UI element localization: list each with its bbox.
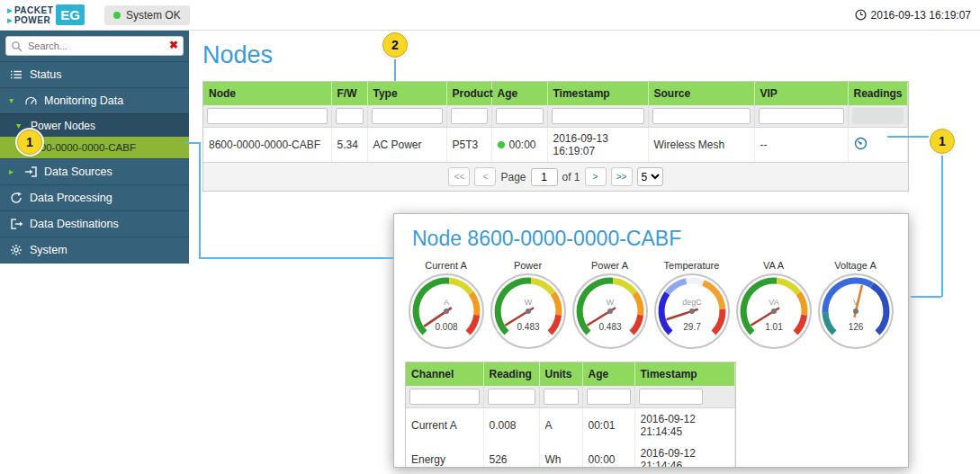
col-header-type[interactable]: Type xyxy=(367,82,446,105)
gauge-dial: VA1.01 xyxy=(735,273,813,350)
col-header-product[interactable]: Product xyxy=(446,82,491,105)
filter-vip-input[interactable] xyxy=(759,108,844,124)
filter-timestamp-input[interactable] xyxy=(552,108,644,124)
prev-page-button[interactable]: < xyxy=(474,167,496,186)
filter-timestamp-input[interactable] xyxy=(639,389,704,405)
annotation-line xyxy=(911,296,941,298)
search-input[interactable] xyxy=(5,36,184,56)
filter-fw-input[interactable] xyxy=(336,108,364,124)
gauge-title: Voltage A xyxy=(814,260,896,271)
col-header-age[interactable]: Age xyxy=(582,362,634,386)
logo-eg-badge: EG xyxy=(56,4,85,25)
clock-icon xyxy=(855,9,867,21)
gauge-power: Power W0.483 xyxy=(487,260,569,353)
col-header-source[interactable]: Source xyxy=(648,82,754,105)
col-header-fw[interactable]: F/W xyxy=(331,82,367,105)
col-header-node[interactable]: Node xyxy=(203,82,331,105)
readings-gauge-icon[interactable] xyxy=(854,140,868,153)
svg-text:W: W xyxy=(524,298,532,307)
cell-fw: 5.34 xyxy=(331,128,367,163)
gauge-dial: W0.483 xyxy=(571,273,649,350)
svg-text:degC: degC xyxy=(682,298,702,307)
filter-channel-input[interactable] xyxy=(409,389,480,405)
cell-units: Wh xyxy=(539,443,582,468)
col-header-vip[interactable]: VIP xyxy=(754,82,848,105)
page-size-select[interactable]: 5 xyxy=(637,167,663,186)
gauge-dial: W0.483 xyxy=(490,273,567,350)
gauge-temperature: Temperature degC29.7 xyxy=(651,260,733,353)
page-title: Nodes xyxy=(202,41,273,69)
filter-age-input[interactable] xyxy=(587,389,631,405)
current-datetime: 2016-09-13 16:19:07 xyxy=(871,9,971,22)
col-header-channel[interactable]: Channel xyxy=(406,362,483,386)
channel-table: Channel Reading Units Age Timestamp xyxy=(406,362,735,468)
sidebar-item-label: Status xyxy=(30,68,61,81)
clock-area: 2016-09-13 16:19:07 xyxy=(855,9,971,22)
table-filter-row xyxy=(203,105,908,128)
gauge-va-a: VA A VA1.01 xyxy=(733,260,814,353)
filter-age-input[interactable] xyxy=(496,108,544,124)
svg-text:A: A xyxy=(443,298,448,307)
annotation-number: 1 xyxy=(939,134,946,148)
col-header-readings[interactable]: Readings xyxy=(848,82,908,105)
sign-out-icon xyxy=(9,218,23,230)
col-header-age[interactable]: Age xyxy=(491,82,547,105)
sidebar-item-data-sources[interactable]: ▸ Data Sources xyxy=(0,158,189,184)
svg-text:29.7: 29.7 xyxy=(683,322,701,332)
filter-node-input[interactable] xyxy=(207,108,328,124)
logo-line1: PACKET xyxy=(14,5,53,15)
cell-source: Wireless Mesh xyxy=(648,128,754,163)
gauge-title: Power A xyxy=(569,260,651,271)
cell-node: 8600-0000-0000-CABF xyxy=(203,128,331,163)
cell-reading: 526 xyxy=(483,443,539,468)
system-status-badge: System OK xyxy=(104,5,190,25)
sidebar-item-data-processing[interactable]: Data Processing xyxy=(0,184,189,210)
cell-timestamp: 2016-09-12 21:14:46 xyxy=(634,443,735,468)
gauge-voltage-a: Voltage A V126 xyxy=(814,260,896,353)
pagination-bar: << < Page of 1 > >> 5 xyxy=(203,162,908,191)
annotation-number: 1 xyxy=(26,135,33,149)
filter-readings-disabled xyxy=(852,108,904,124)
sidebar-item-monitoring-data[interactable]: ▾ Monitoring Data xyxy=(0,87,189,113)
cell-age: 00:01 xyxy=(582,408,634,443)
filter-reading-input[interactable] xyxy=(488,389,535,405)
gauge-title: VA A xyxy=(733,260,814,271)
sign-in-icon xyxy=(23,165,38,178)
clear-search-icon[interactable]: ✖ xyxy=(169,39,178,51)
gauge-title: Current A xyxy=(405,260,487,271)
first-page-button[interactable]: << xyxy=(448,167,470,186)
cell-readings xyxy=(848,128,908,163)
channel-header-row: Channel Reading Units Age Timestamp xyxy=(406,362,735,386)
sidebar-item-system[interactable]: System xyxy=(0,237,189,263)
last-page-button[interactable]: >> xyxy=(611,167,633,186)
cell-timestamp: 2016-09-12 21:14:45 xyxy=(634,408,735,443)
sidebar-item-data-destinations[interactable]: Data Destinations xyxy=(0,210,189,237)
sidebar-item-status[interactable]: Status xyxy=(0,61,189,87)
refresh-icon xyxy=(9,192,23,204)
filter-source-input[interactable] xyxy=(652,108,751,124)
filter-type-input[interactable] xyxy=(372,108,443,124)
cell-type: AC Power xyxy=(367,128,446,163)
col-header-units[interactable]: Units xyxy=(539,362,582,386)
system-status-label: System OK xyxy=(126,9,181,22)
channel-row: Current A 0.008 A 00:01 2016-09-12 21:14… xyxy=(406,408,735,443)
gauge-dial: A0.008 xyxy=(408,273,485,350)
search-icon xyxy=(11,40,22,55)
col-header-timestamp[interactable]: Timestamp xyxy=(634,362,735,386)
annotation-line xyxy=(887,136,930,138)
svg-text:0.008: 0.008 xyxy=(435,322,457,332)
cell-timestamp: 2016-09-13 16:19:07 xyxy=(547,128,648,163)
channel-table-container: Channel Reading Units Age Timestamp xyxy=(405,362,736,468)
filter-product-input[interactable] xyxy=(451,108,488,124)
next-page-button[interactable]: > xyxy=(585,167,607,186)
age-value: 00:00 xyxy=(509,139,536,151)
col-header-reading[interactable]: Reading xyxy=(483,362,539,386)
sidebar-item-label: Data Destinations xyxy=(30,218,119,230)
logo-line2: POWER xyxy=(14,15,50,25)
page-number-input[interactable] xyxy=(531,168,558,186)
filter-units-input[interactable] xyxy=(544,389,579,405)
status-ok-dot-icon xyxy=(113,12,121,19)
nodes-table-container: Node F/W Type Product Age Timestamp Sour… xyxy=(202,81,909,192)
cell-vip: -- xyxy=(754,128,848,163)
col-header-timestamp[interactable]: Timestamp xyxy=(547,82,648,105)
